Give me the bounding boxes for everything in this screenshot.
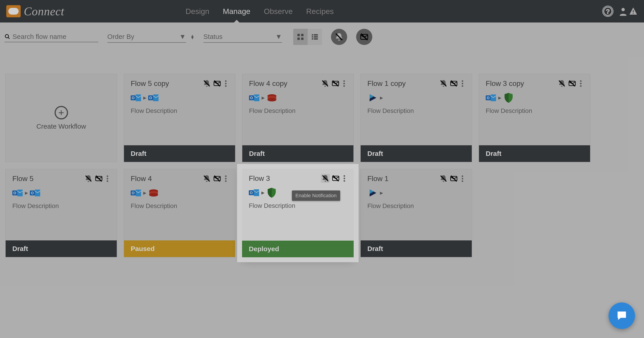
profile-icon[interactable] bbox=[618, 6, 629, 17]
redis-icon bbox=[148, 188, 159, 198]
flow-title: Flow 1 bbox=[367, 175, 438, 183]
outlook-icon bbox=[148, 92, 159, 103]
flow-description: Flow Description bbox=[6, 201, 117, 211]
arrow-right-icon: ▶ bbox=[498, 95, 502, 100]
grid-view-button[interactable] bbox=[293, 29, 308, 45]
flow-card[interactable]: Flow 1 ▶ Flow Description Draft bbox=[360, 169, 472, 257]
sort-direction-toggle[interactable]: ▲▼ bbox=[190, 35, 194, 39]
redis-icon bbox=[266, 92, 277, 103]
status-dropdown[interactable]: Status ▼ bbox=[204, 31, 282, 43]
flow-card[interactable]: Flow 4 copy ▶ Flow Description Draft bbox=[242, 74, 354, 162]
mail-off-icon[interactable] bbox=[213, 79, 222, 88]
notification-off-icon[interactable] bbox=[202, 174, 211, 183]
status-badge: Draft bbox=[479, 145, 590, 162]
notification-off-icon[interactable] bbox=[439, 79, 448, 88]
notification-off-icon[interactable] bbox=[439, 174, 448, 183]
more-menu-button[interactable] bbox=[460, 176, 465, 182]
create-workflow-card[interactable]: + Create Workflow bbox=[6, 74, 117, 162]
arrow-right-icon: ▶ bbox=[261, 190, 264, 195]
arrow-right-icon: ▶ bbox=[380, 95, 383, 100]
flow-card[interactable]: Flow 1 copy ▶ Flow Description Draft bbox=[360, 74, 472, 162]
flow-title: Flow 5 bbox=[12, 175, 83, 183]
flow-description: Flow Description bbox=[360, 201, 472, 211]
mail-off-icon[interactable] bbox=[331, 79, 340, 88]
arrow-right-icon: ▶ bbox=[262, 95, 265, 100]
connector-row: ▶ bbox=[6, 185, 117, 201]
notification-off-icon[interactable] bbox=[321, 174, 330, 183]
view-toggle bbox=[293, 29, 322, 45]
status-badge: Draft bbox=[360, 240, 472, 257]
mail-off-icon[interactable] bbox=[568, 79, 577, 88]
mail-off-icon[interactable] bbox=[449, 79, 458, 88]
outlook-icon bbox=[12, 188, 23, 198]
nav-manage[interactable]: Manage bbox=[223, 0, 250, 23]
main-nav: Design Manage Observe Recipes bbox=[186, 0, 334, 23]
shield-icon bbox=[503, 92, 514, 103]
search-field[interactable] bbox=[4, 32, 98, 42]
flows-grid: + Create Workflow Flow 5 copy ▶ Flow Des… bbox=[0, 51, 644, 263]
mail-off-icon[interactable] bbox=[213, 174, 222, 183]
more-menu-button[interactable] bbox=[460, 80, 465, 87]
flow-description: Flow Description bbox=[360, 105, 472, 116]
connector-row: ▶ bbox=[360, 90, 472, 105]
triangle-icon bbox=[367, 188, 378, 198]
flow-title: Flow 3 bbox=[249, 174, 320, 183]
notification-off-icon[interactable] bbox=[321, 79, 330, 88]
flow-card[interactable]: Flow 5 copy ▶ Flow Description Draft bbox=[124, 74, 235, 162]
search-input[interactable] bbox=[12, 33, 98, 41]
flow-card[interactable]: Flow 5 ▶ Flow Description Draft bbox=[6, 169, 117, 257]
flow-title: Flow 1 copy bbox=[367, 79, 438, 88]
flow-title: Flow 4 copy bbox=[249, 79, 319, 88]
flow-card-highlighted[interactable]: Flow 3 ▶ Flow Description Deployed Enabl… bbox=[242, 169, 354, 257]
connector-row: ▶ bbox=[242, 90, 354, 105]
outlook-icon bbox=[131, 92, 142, 103]
nav-observe[interactable]: Observe bbox=[264, 0, 293, 23]
more-menu-button[interactable] bbox=[578, 80, 583, 87]
header-actions bbox=[602, 6, 638, 17]
logo[interactable]: Connect bbox=[6, 5, 64, 18]
notification-off-icon[interactable] bbox=[202, 79, 211, 88]
arrow-right-icon: ▶ bbox=[143, 95, 146, 100]
flow-description: Flow Description bbox=[124, 105, 235, 116]
more-menu-button[interactable] bbox=[105, 176, 110, 182]
global-notification-off-button[interactable] bbox=[331, 29, 347, 45]
chevron-down-icon: ▼ bbox=[179, 33, 186, 41]
status-badge: Draft bbox=[124, 145, 235, 162]
flow-description: Flow Description bbox=[479, 105, 590, 116]
app-name: Connect bbox=[24, 5, 64, 18]
more-menu-button[interactable] bbox=[342, 175, 347, 182]
arrow-right-icon: ▶ bbox=[143, 191, 146, 196]
flow-title: Flow 3 copy bbox=[486, 79, 556, 88]
mail-off-icon[interactable] bbox=[94, 174, 103, 183]
mail-off-icon[interactable] bbox=[449, 174, 458, 183]
arrow-right-icon: ▶ bbox=[25, 191, 28, 196]
flow-card[interactable]: Flow 4 ▶ Flow Description Paused bbox=[124, 169, 235, 257]
chat-icon bbox=[616, 309, 628, 322]
nav-design[interactable]: Design bbox=[186, 0, 209, 23]
more-menu-button[interactable] bbox=[223, 80, 228, 87]
flow-card[interactable]: Flow 3 copy ▶ Flow Description Draft bbox=[479, 74, 590, 162]
list-view-button[interactable] bbox=[308, 29, 322, 45]
outlook-icon bbox=[30, 188, 41, 198]
flow-description: Flow Description bbox=[242, 200, 354, 211]
mail-off-icon[interactable] bbox=[331, 174, 340, 183]
global-mail-off-button[interactable] bbox=[356, 29, 372, 45]
more-menu-button[interactable] bbox=[223, 176, 228, 182]
status-badge: Paused bbox=[124, 240, 235, 257]
search-icon bbox=[4, 34, 10, 40]
shield-icon bbox=[266, 187, 277, 198]
chat-fab-button[interactable] bbox=[608, 302, 635, 329]
notification-off-icon[interactable] bbox=[557, 79, 566, 88]
orderby-dropdown[interactable]: Order By ▼ bbox=[107, 31, 186, 43]
nav-recipes[interactable]: Recipes bbox=[306, 0, 334, 23]
outlook-icon bbox=[249, 92, 260, 103]
connector-row: ▶ bbox=[124, 185, 235, 201]
manage-toolbar: Order By ▼ ▲▼ Status ▼ bbox=[0, 23, 644, 51]
flow-description: Flow Description bbox=[242, 105, 354, 116]
notification-off-icon[interactable] bbox=[84, 174, 93, 183]
more-menu-button[interactable] bbox=[341, 80, 347, 87]
help-button[interactable] bbox=[602, 6, 614, 17]
outlook-icon bbox=[486, 92, 496, 103]
status-badge: Deployed bbox=[242, 241, 354, 257]
alert-warning-icon[interactable] bbox=[629, 6, 638, 17]
